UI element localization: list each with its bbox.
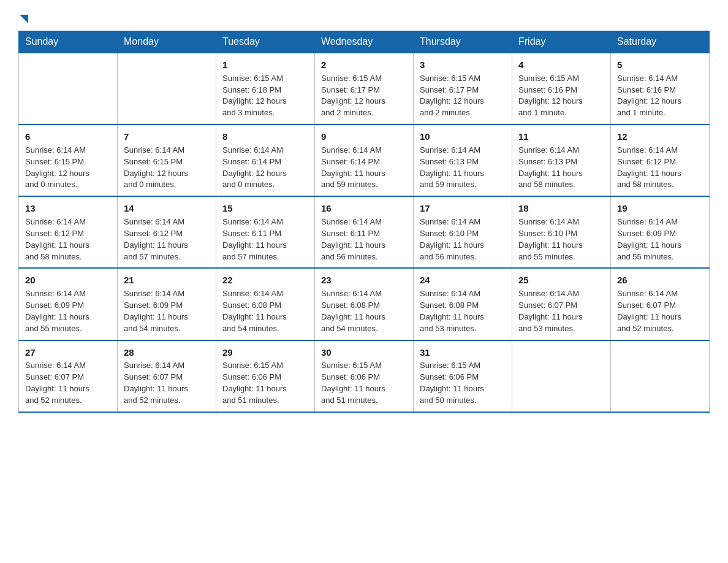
day-info-text: and 0 minutes. — [25, 179, 111, 191]
day-info-text: Daylight: 11 hours — [321, 168, 407, 180]
day-number: 27 — [25, 346, 111, 359]
day-info-text: Sunrise: 6:14 AM — [25, 360, 111, 372]
day-info-text: and 52 minutes. — [25, 395, 111, 407]
day-number: 23 — [321, 274, 407, 287]
day-info-text: Sunset: 6:18 PM — [222, 85, 308, 96]
calendar-cell: 15Sunrise: 6:14 AMSunset: 6:11 PMDayligh… — [216, 196, 315, 268]
day-info-text: and 57 minutes. — [222, 251, 308, 263]
calendar-cell: 27Sunrise: 6:14 AMSunset: 6:07 PMDayligh… — [19, 340, 118, 412]
day-number: 16 — [321, 202, 407, 215]
day-number: 25 — [518, 274, 604, 287]
day-info-text: Sunrise: 6:14 AM — [222, 288, 308, 300]
day-number: 31 — [420, 346, 506, 359]
day-info-text: Sunset: 6:12 PM — [25, 228, 111, 240]
day-info-text: Sunset: 6:15 PM — [124, 156, 210, 168]
day-info-text: Sunrise: 6:14 AM — [222, 216, 308, 228]
day-info-text: Sunrise: 6:14 AM — [420, 288, 506, 300]
day-info-text: Daylight: 11 hours — [617, 240, 703, 251]
day-info-text: and 0 minutes. — [222, 179, 308, 191]
day-info-text: Sunrise: 6:14 AM — [124, 145, 210, 156]
day-info-text: and 58 minutes. — [617, 179, 703, 191]
day-info-text: Sunset: 6:17 PM — [420, 85, 506, 96]
day-info-text: and 2 minutes. — [321, 107, 407, 119]
day-info-text: Sunrise: 6:14 AM — [518, 145, 604, 156]
day-number: 8 — [222, 130, 308, 144]
day-info-text: Sunrise: 6:14 AM — [321, 288, 407, 300]
day-info-text: Sunset: 6:09 PM — [25, 300, 111, 312]
day-header-wednesday: Wednesday — [315, 31, 414, 53]
page-header — [18, 12, 710, 21]
day-info-text: Sunrise: 6:15 AM — [222, 73, 308, 85]
day-info-text: Sunset: 6:12 PM — [124, 228, 210, 240]
day-number: 11 — [518, 130, 604, 144]
day-info-text: Daylight: 12 hours — [124, 168, 210, 180]
day-number: 4 — [518, 58, 604, 72]
day-info-text: Daylight: 11 hours — [617, 168, 703, 180]
day-number: 12 — [617, 130, 703, 144]
day-info-text: Sunrise: 6:15 AM — [518, 73, 604, 85]
calendar-table: SundayMondayTuesdayWednesdayThursdayFrid… — [18, 31, 710, 413]
day-info-text: Daylight: 11 hours — [321, 383, 407, 395]
calendar-cell: 25Sunrise: 6:14 AMSunset: 6:07 PMDayligh… — [512, 268, 611, 340]
day-info-text: and 2 minutes. — [420, 107, 506, 119]
day-header-thursday: Thursday — [414, 31, 512, 53]
day-info-text: Daylight: 11 hours — [518, 168, 604, 180]
day-info-text: Sunrise: 6:14 AM — [124, 216, 210, 228]
day-info-text: and 50 minutes. — [420, 395, 506, 407]
calendar-cell: 7Sunrise: 6:14 AMSunset: 6:15 PMDaylight… — [118, 124, 216, 196]
calendar-cell: 12Sunrise: 6:14 AMSunset: 6:12 PMDayligh… — [611, 124, 710, 196]
day-info-text: and 54 minutes. — [321, 323, 407, 335]
calendar-cell: 3Sunrise: 6:15 AMSunset: 6:17 PMDaylight… — [414, 53, 512, 124]
calendar-week-row: 20Sunrise: 6:14 AMSunset: 6:09 PMDayligh… — [19, 268, 710, 340]
calendar-cell: 4Sunrise: 6:15 AMSunset: 6:16 PMDaylight… — [512, 53, 611, 124]
day-info-text: Daylight: 11 hours — [124, 383, 210, 395]
day-number: 5 — [617, 58, 703, 72]
day-info-text: Sunset: 6:11 PM — [222, 228, 308, 240]
calendar-week-row: 13Sunrise: 6:14 AMSunset: 6:12 PMDayligh… — [19, 196, 710, 268]
day-info-text: Sunset: 6:13 PM — [420, 156, 506, 168]
day-info-text: Daylight: 11 hours — [124, 240, 210, 251]
day-info-text: Sunset: 6:17 PM — [321, 85, 407, 96]
calendar-cell: 9Sunrise: 6:14 AMSunset: 6:14 PMDaylight… — [315, 124, 414, 196]
day-info-text: Daylight: 12 hours — [222, 168, 308, 180]
day-info-text: Sunrise: 6:15 AM — [222, 360, 308, 372]
day-info-text: Sunset: 6:09 PM — [124, 300, 210, 312]
day-info-text: Daylight: 11 hours — [25, 383, 111, 395]
day-info-text: Daylight: 11 hours — [321, 240, 407, 251]
day-number: 2 — [321, 58, 407, 72]
day-info-text: Sunrise: 6:14 AM — [518, 216, 604, 228]
calendar-cell: 21Sunrise: 6:14 AMSunset: 6:09 PMDayligh… — [118, 268, 216, 340]
day-info-text: Sunrise: 6:14 AM — [25, 288, 111, 300]
day-info-text: Sunset: 6:10 PM — [518, 228, 604, 240]
day-info-text: Sunset: 6:06 PM — [321, 372, 407, 383]
calendar-cell — [611, 340, 710, 412]
calendar-week-row: 1Sunrise: 6:15 AMSunset: 6:18 PMDaylight… — [19, 53, 710, 124]
day-info-text: and 51 minutes. — [222, 395, 308, 407]
day-info-text: and 53 minutes. — [518, 323, 604, 335]
day-info-text: and 1 minute. — [518, 107, 604, 119]
day-info-text: Sunrise: 6:14 AM — [617, 145, 703, 156]
day-info-text: Daylight: 11 hours — [420, 383, 506, 395]
calendar-cell — [118, 53, 216, 124]
day-info-text: Daylight: 11 hours — [222, 383, 308, 395]
day-header-friday: Friday — [512, 31, 611, 53]
calendar-cell: 8Sunrise: 6:14 AMSunset: 6:14 PMDaylight… — [216, 124, 315, 196]
day-info-text: Daylight: 12 hours — [222, 96, 308, 107]
day-info-text: Sunset: 6:08 PM — [420, 300, 506, 312]
calendar-cell — [512, 340, 611, 412]
calendar-week-row: 6Sunrise: 6:14 AMSunset: 6:15 PMDaylight… — [19, 124, 710, 196]
day-info-text: Sunrise: 6:15 AM — [420, 73, 506, 85]
day-info-text: Sunrise: 6:14 AM — [321, 145, 407, 156]
logo-arrow-icon — [20, 15, 28, 23]
day-info-text: Sunset: 6:15 PM — [25, 156, 111, 168]
day-info-text: and 1 minute. — [617, 107, 703, 119]
day-info-text: Sunset: 6:13 PM — [518, 156, 604, 168]
day-number: 9 — [321, 130, 407, 144]
calendar-cell: 14Sunrise: 6:14 AMSunset: 6:12 PMDayligh… — [118, 196, 216, 268]
day-info-text: Sunrise: 6:14 AM — [617, 288, 703, 300]
day-info-text: Daylight: 12 hours — [617, 96, 703, 107]
calendar-cell: 31Sunrise: 6:15 AMSunset: 6:06 PMDayligh… — [414, 340, 512, 412]
day-number: 30 — [321, 346, 407, 359]
day-header-tuesday: Tuesday — [216, 31, 315, 53]
day-info-text: and 58 minutes. — [25, 251, 111, 263]
